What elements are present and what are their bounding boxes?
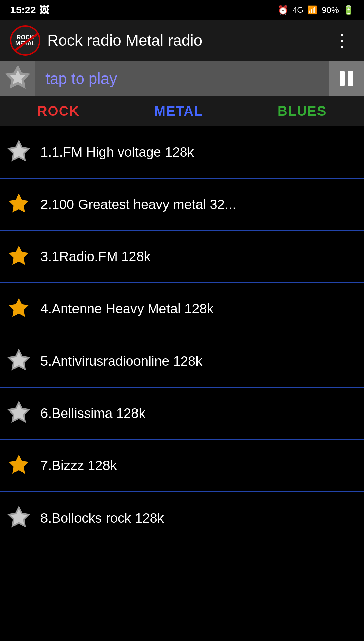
station-name: 8.Bollocks rock 128k xyxy=(34,511,364,526)
station-name: 3.1Radio.FM 128k xyxy=(34,249,364,264)
station-favorite-star[interactable] xyxy=(3,294,34,324)
station-item[interactable]: 3.1Radio.FM 128k xyxy=(0,231,364,283)
station-favorite-star[interactable] xyxy=(3,451,34,481)
station-favorite-star[interactable] xyxy=(3,346,34,376)
star-svg-icon xyxy=(6,506,31,531)
alarm-icon: ⏰ xyxy=(278,5,289,16)
star-svg-icon xyxy=(6,244,31,269)
station-name: 1.1.FM High voltage 128k xyxy=(34,145,364,160)
station-name: 5.Antivirusradioonline 128k xyxy=(34,354,364,369)
status-bar-right: ⏰ 4G 📶 90% 🔋 xyxy=(278,5,354,16)
station-item[interactable]: 6.Bellissima 128k xyxy=(0,388,364,440)
pause-icon xyxy=(340,71,353,86)
station-item[interactable]: 4.Antenne Heavy Metal 128k xyxy=(0,283,364,335)
station-item[interactable]: 7.Bizzz 128k xyxy=(0,440,364,492)
station-item[interactable]: 5.Antivirusradioonline 128k xyxy=(0,335,364,388)
star-svg-icon xyxy=(6,401,31,426)
status-time: 15:22 xyxy=(10,4,36,16)
station-list: 1.1.FM High voltage 128k 2.100 Greatest … xyxy=(0,126,364,544)
photo-icon: 🖼 xyxy=(39,5,49,16)
battery-percent: 90% xyxy=(322,5,339,16)
star-svg-icon xyxy=(6,453,31,478)
station-favorite-star[interactable] xyxy=(3,137,34,167)
battery-icon: 🔋 xyxy=(343,5,354,16)
station-item[interactable]: 1.1.FM High voltage 128k xyxy=(0,126,364,179)
station-name: 6.Bellissima 128k xyxy=(34,406,364,421)
tab-rock[interactable]: ROCK xyxy=(24,100,93,122)
pause-bar-right xyxy=(348,71,353,86)
star-svg-icon xyxy=(6,296,31,322)
station-favorite-star[interactable] xyxy=(3,398,34,429)
genre-tabs: ROCK METAL BLUES xyxy=(0,96,364,126)
player-status-text[interactable]: tap to play xyxy=(35,69,329,88)
station-favorite-star[interactable] xyxy=(3,242,34,272)
player-bar[interactable]: tap to play xyxy=(0,61,364,96)
station-name: 4.Antenne Heavy Metal 128k xyxy=(34,301,364,316)
station-item[interactable]: 8.Bollocks rock 128k xyxy=(0,492,364,544)
star-svg-icon xyxy=(6,348,31,374)
player-pause-button[interactable] xyxy=(329,61,364,96)
tab-metal[interactable]: METAL xyxy=(141,100,217,122)
player-favorite-button[interactable] xyxy=(0,61,35,96)
station-name: 2.100 Greatest heavy metal 32... xyxy=(34,197,364,212)
station-name: 7.Bizzz 128k xyxy=(34,458,364,473)
signal-strength: 4G xyxy=(293,5,303,15)
station-favorite-star[interactable] xyxy=(3,189,34,220)
station-favorite-star[interactable] xyxy=(3,503,34,533)
pause-bar-left xyxy=(340,71,345,86)
station-item[interactable]: 2.100 Greatest heavy metal 32... xyxy=(0,179,364,231)
tab-blues[interactable]: BLUES xyxy=(264,100,340,122)
app-logo: ROCK METAL xyxy=(10,25,40,56)
status-bar: 15:22 🖼 ⏰ 4G 📶 90% 🔋 xyxy=(0,0,364,20)
player-star-icon xyxy=(5,66,30,91)
menu-button[interactable]: ⋮ xyxy=(330,27,354,54)
status-bar-left: 15:22 🖼 xyxy=(10,4,49,16)
star-svg-icon xyxy=(6,192,31,217)
app-title: Rock radio Metal radio xyxy=(47,31,324,50)
svg-line-0 xyxy=(15,33,38,50)
star-svg-icon xyxy=(6,140,31,165)
app-bar: ROCK METAL Rock radio Metal radio ⋮ xyxy=(0,20,364,61)
signal-bars-icon: 📶 xyxy=(307,5,317,15)
